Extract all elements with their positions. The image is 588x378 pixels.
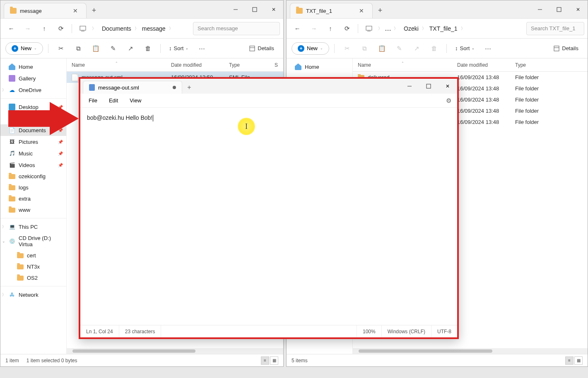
chevron-right-icon[interactable]: 〉 xyxy=(2,292,6,298)
sidebar-item-network[interactable]: 〉Network xyxy=(0,289,66,300)
minimize-button[interactable] xyxy=(530,0,549,18)
sidebar-item-cddrive[interactable]: ⌄CD Drive (D:) Virtua xyxy=(0,233,66,250)
menu-file[interactable]: File xyxy=(84,95,102,106)
back-button[interactable]: ← xyxy=(4,21,19,36)
new-button[interactable]: +New⌄ xyxy=(292,42,329,55)
sidebar-item-extra[interactable]: extra xyxy=(0,193,66,204)
delete-button[interactable]: 🗑 xyxy=(427,41,441,56)
chevron-down-icon[interactable]: ⌄ xyxy=(2,239,5,243)
chevron-right-icon[interactable]: 〉 xyxy=(2,224,6,230)
sidebar-item-www[interactable]: www xyxy=(0,204,66,216)
delete-button[interactable]: 🗑 xyxy=(140,41,155,56)
sidebar-item-ozekiconfig[interactable]: ozekiconfig xyxy=(0,171,66,182)
search-input[interactable]: Search message xyxy=(193,22,280,35)
paste-button[interactable]: 📋 xyxy=(88,41,103,56)
tiles-view-icon[interactable]: ▦ xyxy=(574,356,583,365)
close-button[interactable]: ✕ xyxy=(438,79,457,94)
close-tab-icon[interactable]: ✕ xyxy=(357,6,366,15)
horizontal-scrollbar[interactable] xyxy=(67,348,283,354)
window-tab[interactable]: TXT_file_1 ✕ xyxy=(290,3,373,18)
horizontal-scrollbar[interactable] xyxy=(353,348,588,354)
minimize-button[interactable] xyxy=(400,79,419,94)
col-date[interactable]: Date modified xyxy=(166,62,224,68)
share-button[interactable]: ↗ xyxy=(409,41,424,56)
pc-icon[interactable] xyxy=(75,21,90,36)
details-button[interactable]: Details xyxy=(549,43,583,54)
more-button[interactable]: ⋯ xyxy=(194,41,209,56)
rename-button[interactable]: ✎ xyxy=(392,41,407,56)
breadcrumb[interactable]: Documents 〉 message 〉 xyxy=(98,24,191,34)
close-button[interactable]: ✕ xyxy=(264,0,283,18)
window-controls: ✕ xyxy=(400,79,457,94)
sidebar-item-nt3x[interactable]: NT3x xyxy=(0,261,66,272)
notepad-tab[interactable]: message-out.sml xyxy=(83,81,182,94)
window-tab[interactable]: message ✕ xyxy=(4,3,87,18)
details-view-icon[interactable]: ≡ xyxy=(565,356,574,365)
search-input[interactable]: Search TXT_file_1 xyxy=(526,22,584,35)
breadcrumb-overflow[interactable]: … xyxy=(384,23,392,34)
copy-button[interactable]: ⧉ xyxy=(71,41,86,56)
close-button[interactable]: ✕ xyxy=(569,0,588,18)
sidebar-item-logs[interactable]: logs xyxy=(0,182,66,193)
cut-button[interactable]: ✂ xyxy=(53,41,68,56)
new-button[interactable]: +New⌄ xyxy=(5,42,43,55)
sidebar-item-thispc[interactable]: 〉This PC xyxy=(0,221,66,233)
forward-button[interactable]: → xyxy=(306,21,321,36)
cut-button[interactable]: ✂ xyxy=(340,41,354,56)
share-button[interactable]: ↗ xyxy=(123,41,138,56)
refresh-button[interactable]: ⟳ xyxy=(53,21,68,36)
pc-icon[interactable] xyxy=(361,21,376,36)
chevron-right-icon[interactable]: 〉 xyxy=(378,26,382,32)
up-button[interactable]: ↑ xyxy=(37,21,52,36)
sidebar-item-os2[interactable]: OS2 xyxy=(0,272,66,284)
sidebar-item-onedrive[interactable]: 〉OneDrive xyxy=(0,84,66,96)
chevron-right-icon[interactable]: 〉 xyxy=(92,26,96,32)
sidebar-item-gallery[interactable]: Gallery xyxy=(0,73,66,84)
sidebar-item-videos[interactable]: Videos📌 xyxy=(0,159,66,171)
breadcrumb-item[interactable]: message xyxy=(141,24,166,34)
sidebar-item-music[interactable]: Music📌 xyxy=(0,148,66,159)
maximize-button[interactable] xyxy=(549,0,569,18)
sidebar-item-home[interactable]: Home xyxy=(0,61,66,73)
add-tab-button[interactable]: + xyxy=(373,3,388,18)
settings-button[interactable]: ⚙ xyxy=(443,94,454,107)
sidebar-item-pictures[interactable]: Pictures📌 xyxy=(0,136,66,148)
details-view-icon[interactable]: ≡ xyxy=(261,356,269,365)
minimize-button[interactable] xyxy=(226,0,245,18)
breadcrumb-item[interactable]: Documents xyxy=(101,24,132,34)
col-date[interactable]: Date modified xyxy=(452,62,510,68)
col-type[interactable]: Type xyxy=(510,62,588,68)
notepad-editor[interactable]: bob@ozeki.hu Hello Bob! I xyxy=(80,108,457,325)
more-button[interactable]: ⋯ xyxy=(480,41,495,56)
details-button[interactable]: Details xyxy=(245,43,278,54)
up-button[interactable]: ↑ xyxy=(323,21,338,36)
sidebar-item-cert[interactable]: cert xyxy=(0,250,66,261)
chevron-right-icon[interactable]: 〉 xyxy=(2,87,6,93)
sidebar-item-home[interactable]: Home xyxy=(287,61,352,73)
maximize-button[interactable] xyxy=(419,79,438,94)
sort-button[interactable]: ↕ Sort ⌄ xyxy=(166,43,192,54)
breadcrumb[interactable]: Ozeki 〉 TXT_file_1 〉 xyxy=(400,24,525,34)
col-type[interactable]: Type xyxy=(224,62,270,68)
col-name[interactable]: Name⌃ xyxy=(353,62,452,68)
breadcrumb-item[interactable]: Ozeki xyxy=(403,24,419,34)
rename-button[interactable]: ✎ xyxy=(106,41,120,56)
col-name[interactable]: Name⌃ xyxy=(67,62,166,68)
back-button[interactable]: ← xyxy=(290,21,305,36)
view-toggle[interactable]: ≡▦ xyxy=(565,356,583,365)
add-tab-button[interactable]: + xyxy=(87,3,101,18)
menu-view[interactable]: View xyxy=(125,95,146,106)
view-toggle[interactable]: ≡▦ xyxy=(261,356,278,365)
add-tab-button[interactable]: + xyxy=(182,81,196,94)
sort-button[interactable]: ↕ Sort ⌄ xyxy=(452,43,478,54)
close-tab-icon[interactable]: ✕ xyxy=(70,6,80,15)
forward-button[interactable]: → xyxy=(20,21,35,36)
copy-button[interactable]: ⧉ xyxy=(357,41,372,56)
col-size[interactable]: S xyxy=(270,62,283,68)
paste-button[interactable]: 📋 xyxy=(374,41,389,56)
breadcrumb-item[interactable]: TXT_file_1 xyxy=(429,24,458,34)
menu-edit[interactable]: Edit xyxy=(104,95,123,106)
tiles-view-icon[interactable]: ▦ xyxy=(270,356,278,365)
refresh-button[interactable]: ⟳ xyxy=(340,21,354,36)
maximize-button[interactable] xyxy=(245,0,264,18)
